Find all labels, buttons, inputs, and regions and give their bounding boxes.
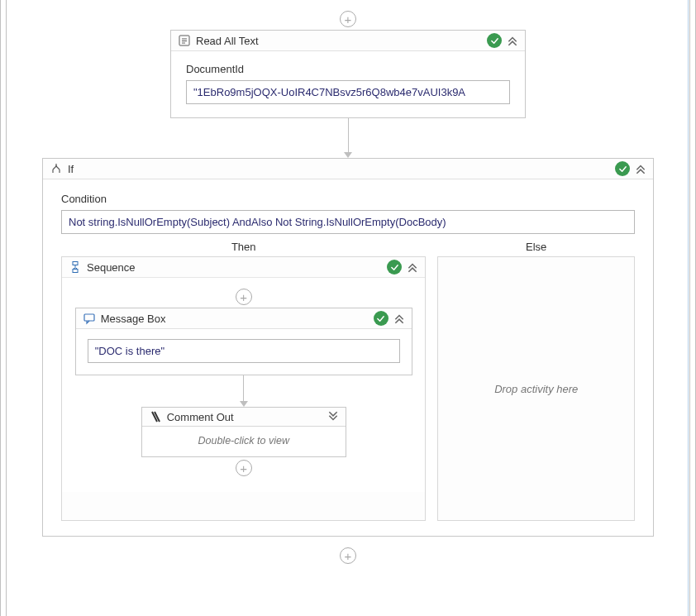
collapse-chevron-icon[interactable] [635, 163, 646, 174]
activity-if[interactable]: If Condition Then [42, 158, 654, 537]
flow-connector [74, 375, 413, 407]
activity-title: Message Box [101, 313, 369, 325]
expand-chevron-icon[interactable] [327, 411, 339, 423]
condition-input[interactable] [61, 210, 635, 234]
designer-canvas: + Read All Text DocumentId [15, 0, 681, 616]
svg-point-4 [55, 165, 57, 167]
collapse-chevron-icon[interactable] [393, 313, 405, 324]
then-panel[interactable]: Sequence + [61, 256, 426, 521]
activity-title: Comment Out [167, 411, 322, 423]
documentid-input[interactable] [186, 80, 510, 104]
collapse-chevron-icon[interactable] [507, 35, 518, 46]
activity-header[interactable]: Sequence [62, 257, 425, 278]
validation-ok-icon [374, 311, 389, 326]
message-box-icon [83, 312, 96, 325]
else-drop-area[interactable]: Drop activity here [437, 256, 635, 521]
activity-read-all-text[interactable]: Read All Text DocumentId [170, 30, 526, 118]
svg-rect-8 [84, 314, 94, 321]
else-placeholder: Drop activity here [494, 383, 578, 395]
activity-header[interactable]: Message Box [76, 308, 412, 329]
activity-header[interactable]: Read All Text [171, 31, 525, 51]
activity-title: If [68, 163, 610, 175]
validation-ok-icon [615, 161, 630, 176]
activity-header[interactable]: Comment Out [142, 408, 346, 427]
then-label: Then [61, 241, 426, 253]
add-activity-button[interactable]: + [236, 460, 252, 476]
add-activity-button[interactable]: + [340, 547, 356, 564]
else-label: Else [437, 241, 635, 253]
activity-title: Read All Text [196, 35, 482, 47]
activity-message-box[interactable]: Message Box [75, 308, 412, 375]
validation-ok-icon [387, 260, 402, 275]
field-label-condition: Condition [61, 193, 635, 205]
read-text-icon [178, 34, 191, 47]
vertical-guide-left [0, 0, 7, 616]
svg-rect-5 [73, 262, 78, 265]
activity-header[interactable]: If [43, 159, 653, 179]
comment-hint: Double-click to view [142, 427, 346, 456]
add-activity-button[interactable]: + [236, 289, 252, 305]
activity-title: Sequence [87, 261, 382, 274]
flow-connector [15, 118, 681, 158]
comment-icon [149, 410, 162, 423]
message-text-input[interactable] [88, 339, 400, 363]
collapse-chevron-icon[interactable] [407, 261, 418, 273]
activity-comment-out[interactable]: Comment Out Double-click to view [141, 407, 346, 457]
activity-sequence[interactable]: Sequence + [62, 257, 425, 492]
field-label-documentid: DocumentId [186, 63, 510, 75]
sequence-icon [69, 260, 82, 274]
validation-ok-icon [487, 33, 502, 48]
add-activity-button[interactable]: + [340, 11, 356, 27]
if-icon [50, 162, 63, 175]
vertical-guide-right [689, 0, 696, 616]
